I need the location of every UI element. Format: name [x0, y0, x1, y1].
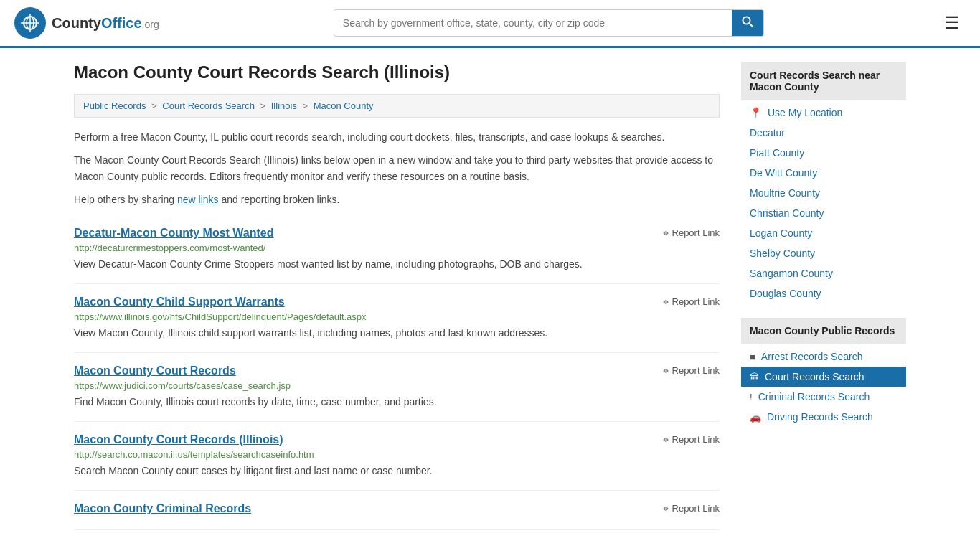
result-title-3[interactable]: Macon County Court Records (Illinois) [74, 433, 283, 446]
sidebar-nearby-item-3[interactable]: De Witt County [741, 163, 906, 183]
sidebar-pr-icon-0: ■ [750, 352, 755, 362]
sidebar-nearby-section: Court Records Search near Macon County 📍… [741, 62, 906, 303]
result-url-2: https://www.judici.com/courts/cases/case… [74, 380, 720, 391]
sidebar-pr-icon-1: 🏛 [750, 372, 759, 382]
sidebar-nearby-item-8[interactable]: Sangamon County [741, 263, 906, 283]
report-icon-2: ⌖ [663, 364, 669, 377]
breadcrumb-court-records[interactable]: Court Records Search [162, 100, 255, 111]
result-title-2[interactable]: Macon County Court Records [74, 364, 236, 377]
breadcrumb-macon-county[interactable]: Macon County [314, 100, 374, 111]
breadcrumb: Public Records > Court Records Search > … [74, 94, 720, 118]
sidebar-nearby-items: 📍Use My LocationDecaturPiatt CountyDe Wi… [741, 103, 906, 303]
result-url-0: http://decaturcrimestoppers.com/most-wan… [74, 242, 720, 253]
report-link-3[interactable]: ⌖ Report Link [663, 433, 720, 446]
description-para2: The Macon County Court Records Search (I… [74, 152, 720, 184]
report-link-2[interactable]: ⌖ Report Link [663, 364, 720, 377]
result-item-1: Macon County Child Support Warrants ⌖ Re… [74, 284, 720, 353]
sidebar-pr-link-2[interactable]: Criminal Records Search [758, 391, 870, 402]
sidebar-nearby-item-9[interactable]: Douglas County [741, 283, 906, 303]
sidebar-nearby-item-4[interactable]: Moultrie County [741, 183, 906, 203]
new-links[interactable]: new links [177, 194, 219, 205]
sidebar-nearby-item-2[interactable]: Piatt County [741, 143, 906, 163]
nearby-link-4[interactable]: Moultrie County [750, 187, 820, 199]
report-icon-3: ⌖ [663, 433, 669, 446]
sidebar-pr-item-1[interactable]: 🏛Court Records Search [741, 367, 906, 387]
sidebar-nearby-item-5[interactable]: Christian County [741, 203, 906, 223]
hamburger-menu[interactable]: ☰ [938, 10, 966, 36]
nearby-link-5[interactable]: Christian County [750, 207, 824, 219]
breadcrumb-public-records[interactable]: Public Records [83, 100, 146, 111]
sidebar-nearby-item-7[interactable]: Shelby County [741, 243, 906, 263]
result-desc-0: View Decatur-Macon County Crime Stoppers… [74, 257, 720, 272]
report-link-1[interactable]: ⌖ Report Link [663, 296, 720, 309]
result-title-0[interactable]: Decatur-Macon County Most Wanted [74, 227, 274, 240]
report-link-4[interactable]: ⌖ Report Link [663, 502, 720, 515]
nearby-link-7[interactable]: Shelby County [750, 248, 815, 259]
nearby-link-1[interactable]: Decatur [750, 127, 785, 138]
svg-point-5 [743, 17, 750, 24]
result-item-0: Decatur-Macon County Most Wanted ⌖ Repor… [74, 215, 720, 284]
result-url-3: http://search.co.macon.il.us/templates/s… [74, 449, 720, 460]
sidebar-pr-icon-3: 🚗 [750, 412, 761, 423]
nearby-link-3[interactable]: De Witt County [750, 167, 817, 179]
sidebar-public-records-items: ■Arrest Records Search🏛Court Records Sea… [741, 347, 906, 427]
search-button[interactable] [732, 10, 763, 36]
logo-icon [14, 7, 46, 39]
sidebar-pr-icon-2: ! [750, 392, 753, 402]
sidebar-pr-item-0[interactable]: ■Arrest Records Search [741, 347, 906, 367]
result-desc-2: Find Macon County, Illinois court record… [74, 395, 720, 410]
report-icon-0: ⌖ [663, 227, 669, 240]
nearby-link-0[interactable]: Use My Location [768, 107, 842, 118]
sidebar-public-records-section: Macon County Public Records ■Arrest Reco… [741, 318, 906, 427]
result-item-2: Macon County Court Records ⌖ Report Link… [74, 353, 720, 422]
report-icon-4: ⌖ [663, 502, 669, 515]
sidebar-nearby-item-0[interactable]: 📍Use My Location [741, 103, 906, 123]
result-desc-1: View Macon County, Illinois child suppor… [74, 326, 720, 341]
nearby-link-6[interactable]: Logan County [750, 227, 812, 239]
page-title: Macon County Court Records Search (Illin… [74, 62, 720, 83]
results-list: Decatur-Macon County Most Wanted ⌖ Repor… [74, 215, 720, 530]
sidebar: Court Records Search near Macon County 📍… [741, 62, 906, 530]
nearby-link-2[interactable]: Piatt County [750, 147, 804, 159]
result-item-4: Macon County Criminal Records ⌖ Report L… [74, 491, 720, 530]
nearby-link-8[interactable]: Sangamon County [750, 268, 833, 279]
sidebar-pr-link-0[interactable]: Arrest Records Search [761, 351, 863, 362]
result-item-3: Macon County Court Records (Illinois) ⌖ … [74, 422, 720, 491]
result-title-1[interactable]: Macon County Child Support Warrants [74, 296, 285, 309]
result-url-1: https://www.illinois.gov/hfs/ChildSuppor… [74, 311, 720, 322]
result-desc-3: Search Macon County court cases by litig… [74, 463, 720, 479]
sidebar-pr-item-3[interactable]: 🚗Driving Records Search [741, 407, 906, 427]
result-title-4[interactable]: Macon County Criminal Records [74, 502, 251, 515]
sidebar-pr-label-1: Court Records Search [765, 371, 864, 382]
sidebar-pr-item-2[interactable]: !Criminal Records Search [741, 387, 906, 407]
search-bar[interactable] [334, 9, 764, 37]
svg-line-6 [749, 24, 753, 27]
description-para1: Perform a free Macon County, IL public c… [74, 129, 720, 145]
sidebar-nearby-item-6[interactable]: Logan County [741, 223, 906, 243]
content-area: Macon County Court Records Search (Illin… [74, 62, 720, 530]
report-icon-1: ⌖ [663, 296, 669, 309]
logo-area: CountyOffice.org [14, 7, 159, 39]
sidebar-nearby-item-1[interactable]: Decatur [741, 123, 906, 143]
description-para3: Help others by sharing new links and rep… [74, 192, 720, 207]
breadcrumb-illinois[interactable]: Illinois [271, 100, 297, 111]
location-icon: 📍 [750, 107, 762, 118]
sidebar-nearby-header: Court Records Search near Macon County [741, 62, 906, 100]
report-link-0[interactable]: ⌖ Report Link [663, 227, 720, 240]
sidebar-pr-link-3[interactable]: Driving Records Search [767, 411, 873, 423]
search-input[interactable] [334, 11, 732, 34]
nearby-link-9[interactable]: Douglas County [750, 288, 821, 299]
logo-text: CountyOffice.org [52, 15, 159, 32]
sidebar-public-records-header: Macon County Public Records [741, 318, 906, 344]
